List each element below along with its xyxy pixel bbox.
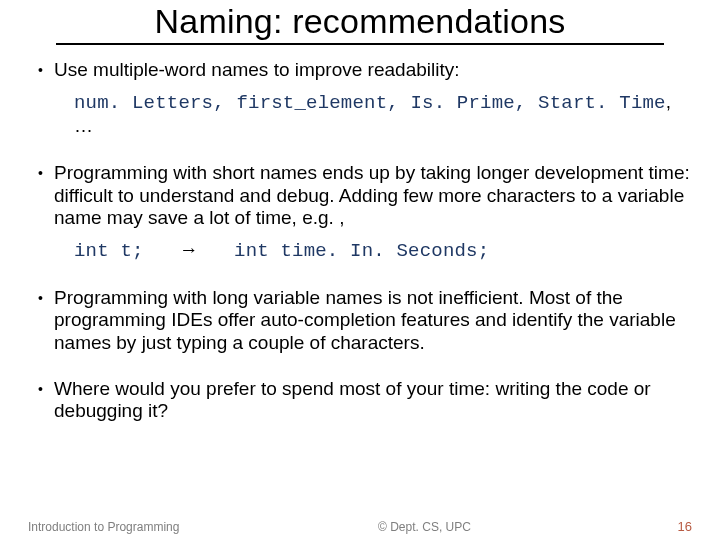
bullet-2-text: Programming with short names ends up by … (54, 162, 690, 228)
bullet-1-code: num. Letters, first_element, Is. Prime, … (74, 91, 692, 138)
arrow-icon: → (179, 239, 198, 261)
bullet-1-text: Use multiple-word names to improve reada… (54, 59, 460, 80)
bullet-1: Use multiple-word names to improve reada… (38, 59, 692, 138)
bullet-2: Programming with short names ends up by … (38, 162, 692, 263)
page-number: 16 (678, 519, 692, 534)
slide-title: Naming: recommendations (56, 0, 664, 45)
code-right: int time. In. Seconds; (234, 240, 489, 262)
bullet-list: Use multiple-word names to improve reada… (38, 59, 692, 423)
code-left: int t; (74, 240, 144, 262)
footer-center: © Dept. CS, UPC (179, 520, 669, 534)
bullet-3: Programming with long variable names is … (38, 287, 692, 354)
footer-left: Introduction to Programming (28, 520, 179, 534)
slide: Naming: recommendations Use multiple-wor… (0, 0, 720, 540)
bullet-4: Where would you prefer to spend most of … (38, 378, 692, 423)
bullet-2-code: int t; → int time. In. Seconds; (74, 239, 692, 262)
bullet-4-text: Where would you prefer to spend most of … (54, 378, 651, 421)
code-names: num. Letters, first_element, Is. Prime, … (74, 92, 666, 114)
bullet-3-text: Programming with long variable names is … (54, 287, 676, 353)
footer: Introduction to Programming © Dept. CS, … (28, 519, 692, 534)
